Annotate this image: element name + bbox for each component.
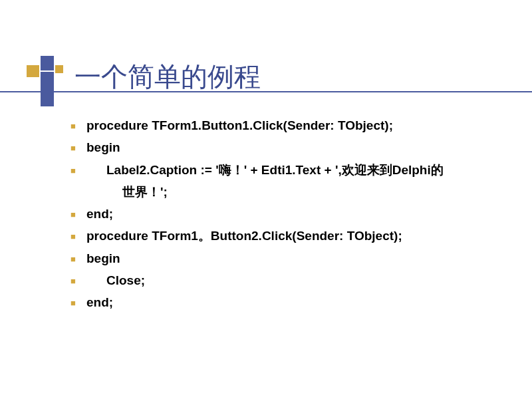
deco-square <box>27 65 39 77</box>
code-text: Close; <box>106 273 145 287</box>
deco-square <box>41 56 54 70</box>
bullet-marker: ■ <box>70 229 76 245</box>
code-text: procedure TForm1.Button1.Click(Sender: T… <box>86 118 393 132</box>
code-text: Label2.Caption := '嗨！' + Edti1.Text + ',… <box>106 163 444 177</box>
code-line: ■ Close; <box>86 269 505 291</box>
code-content: ■ procedure TForm1.Button1.Click(Sender:… <box>86 114 505 313</box>
code-line: ■ begin <box>86 136 505 158</box>
code-text: begin <box>86 140 120 154</box>
bullet-marker: ■ <box>70 119 76 134</box>
code-text: end; <box>86 207 113 221</box>
code-line: ■ procedure TForm1.Button1.Click(Sender:… <box>86 114 505 136</box>
code-line: ■ end; <box>86 203 505 225</box>
bullet-marker: ■ <box>70 274 76 289</box>
code-line: ■ Label2.Caption := '嗨！' + Edti1.Text + … <box>86 159 505 181</box>
code-text: end; <box>86 295 113 309</box>
code-line: 世界！'; <box>86 181 505 203</box>
deco-square <box>41 72 54 106</box>
slide-title: 一个简单的例程 <box>74 59 261 95</box>
bullet-marker: ■ <box>70 252 76 267</box>
bullet-marker: ■ <box>70 141 76 156</box>
deco-square <box>55 65 63 73</box>
bullet-marker: ■ <box>70 164 76 179</box>
code-text: procedure TForm1。Button2.Click(Sender: T… <box>86 229 402 243</box>
slide-decoration <box>27 56 66 109</box>
bullet-marker: ■ <box>70 207 76 223</box>
code-text: 世界！'; <box>122 185 168 199</box>
code-line: ■ end; <box>86 291 505 313</box>
code-line: ■ procedure TForm1。Button2.Click(Sender:… <box>86 225 505 247</box>
bullet-marker: ■ <box>70 296 76 311</box>
code-text: begin <box>86 251 120 265</box>
code-line: ■ begin <box>86 247 505 269</box>
